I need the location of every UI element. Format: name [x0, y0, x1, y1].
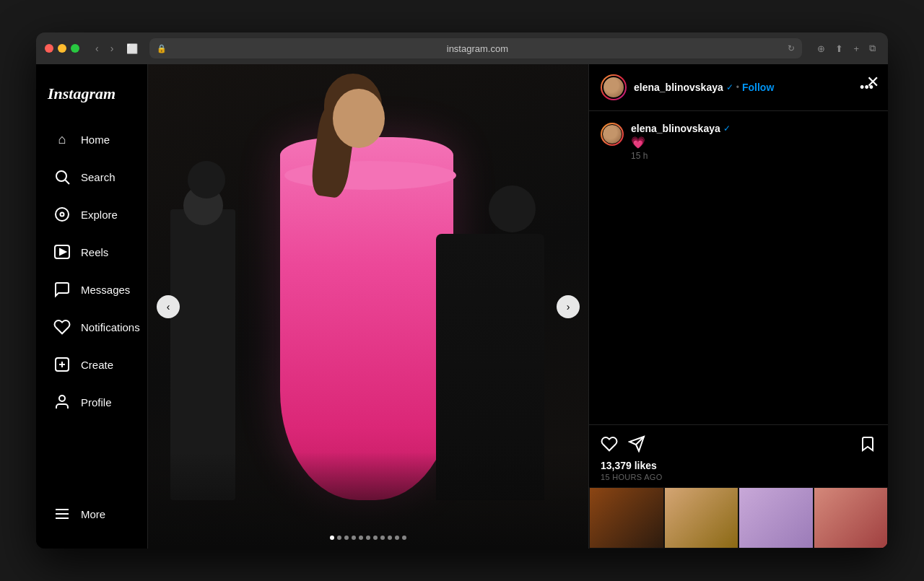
- close-button[interactable]: ✕: [866, 73, 879, 92]
- sidebar-label-search: Search: [81, 171, 116, 183]
- dot-2[interactable]: [337, 536, 341, 540]
- thumb-4[interactable]: [814, 487, 889, 549]
- floor-shadow: [148, 452, 588, 549]
- sidebar-item-notifications[interactable]: Notifications: [42, 310, 141, 344]
- svg-point-9: [59, 396, 65, 401]
- lock-icon: 🔒: [157, 44, 167, 53]
- sidebar-label-profile: Profile: [81, 396, 112, 409]
- browser-right-controls: ⊕ ⬆ + ⧉: [814, 40, 879, 57]
- browser-nav-controls: ‹ ›: [91, 40, 118, 57]
- sidebar-label-more: More: [81, 508, 105, 520]
- browser-window: ‹ › ⬜ 🔒 instagram.com ↻ ⊕ ⬆ + ⧉ Instagra…: [36, 32, 888, 549]
- home-icon: ⌂: [53, 131, 71, 148]
- browser-content: Instagram ⌂ Home Search: [36, 64, 888, 549]
- sidebar-item-home[interactable]: ⌂ Home: [42, 122, 141, 157]
- sidebar-label-notifications: Notifications: [81, 321, 140, 333]
- post-photo-area: ‹ ›: [148, 64, 588, 549]
- dot-6[interactable]: [366, 536, 370, 540]
- dot-4[interactable]: [352, 536, 356, 540]
- post-actions: 13,379 likes 15 hours ago: [589, 424, 888, 487]
- minimize-traffic-light[interactable]: [58, 44, 66, 53]
- post-header-info: elena_blinovskaya ✓ • Follow: [634, 82, 857, 93]
- follow-button[interactable]: Follow: [742, 82, 774, 93]
- reload-icon[interactable]: ↻: [788, 43, 795, 53]
- photo-dots: [330, 536, 406, 540]
- sidebar-label-reels: Reels: [81, 246, 108, 258]
- figure-right-head: [489, 185, 536, 232]
- comment-text: 💗: [631, 136, 876, 149]
- share-dm-button[interactable]: [628, 435, 645, 453]
- sidebar-item-reels[interactable]: Reels: [42, 235, 141, 269]
- photo-next-button[interactable]: ›: [557, 295, 580, 318]
- maximize-traffic-light[interactable]: [71, 44, 79, 53]
- post-username[interactable]: elena_blinovskaya: [634, 82, 723, 93]
- sidebar-label-create: Create: [81, 359, 113, 371]
- comment-item: elena_blinovskaya ✓ 💗 15 h: [601, 123, 876, 161]
- instagram-sidebar: Instagram ⌂ Home Search: [36, 64, 148, 549]
- sidebar-label-home: Home: [81, 134, 110, 146]
- dot-8[interactable]: [380, 536, 385, 540]
- thumb-1[interactable]: [589, 487, 664, 549]
- likes-count: 13,379 likes: [601, 460, 876, 471]
- photo-prev-button[interactable]: ‹: [157, 295, 180, 318]
- bookmark-button[interactable]: [859, 435, 876, 453]
- browser-titlebar: ‹ › ⬜ 🔒 instagram.com ↻ ⊕ ⬆ + ⧉: [36, 32, 888, 64]
- dot-7[interactable]: [373, 536, 378, 540]
- sidebar-label-messages: Messages: [81, 284, 130, 296]
- thumbnail-strip: [589, 487, 888, 549]
- svg-marker-5: [60, 249, 66, 255]
- dot-5[interactable]: [359, 536, 363, 540]
- create-icon: [53, 356, 71, 373]
- instagram-main: ‹ ›: [148, 64, 888, 549]
- forward-button[interactable]: ›: [106, 40, 118, 57]
- dot-1[interactable]: [330, 536, 334, 540]
- pink-dress: [280, 137, 453, 500]
- sidebar-item-profile[interactable]: Profile: [42, 385, 141, 419]
- post-right-panel: ✕ elena_blinovskaya ✓ • Follow •: [588, 64, 888, 549]
- sidebar-item-more[interactable]: More: [42, 497, 141, 531]
- svg-point-2: [56, 208, 69, 221]
- svg-line-1: [66, 180, 70, 185]
- post-header: elena_blinovskaya ✓ • Follow •••: [589, 64, 888, 111]
- sidebar-label-explore: Explore: [81, 209, 118, 221]
- profile-icon: [53, 393, 71, 411]
- post-author-avatar[interactable]: [601, 74, 627, 100]
- back-button[interactable]: ‹: [91, 40, 103, 57]
- close-traffic-light[interactable]: [45, 44, 53, 53]
- post-username-row: elena_blinovskaya ✓ • Follow: [634, 82, 857, 93]
- new-tab-button[interactable]: +: [850, 40, 863, 57]
- share-button[interactable]: ⬆: [832, 40, 847, 57]
- tab-strip: ⬜: [126, 43, 138, 54]
- translate-button[interactable]: ⊕: [814, 40, 829, 57]
- dot-10[interactable]: [395, 536, 399, 540]
- sidebar-item-search[interactable]: Search: [42, 160, 141, 194]
- like-button[interactable]: [601, 435, 618, 453]
- dot-9[interactable]: [388, 536, 392, 540]
- svg-point-3: [61, 213, 64, 217]
- sidebar-item-create[interactable]: Create: [42, 347, 141, 382]
- sidebar-bottom: More: [36, 491, 147, 537]
- thumb-2[interactable]: [664, 487, 739, 549]
- address-bar[interactable]: 🔒 instagram.com ↻: [149, 38, 802, 58]
- traffic-lights: [45, 44, 79, 53]
- post-comments-section[interactable]: elena_blinovskaya ✓ 💗 15 h: [589, 111, 888, 424]
- comment-avatar[interactable]: [601, 123, 624, 146]
- dot-3[interactable]: [344, 536, 349, 540]
- dress-top: [284, 161, 456, 190]
- tabs-overview-button[interactable]: ⧉: [866, 40, 879, 57]
- verified-badge: ✓: [726, 82, 733, 92]
- svg-point-0: [56, 171, 66, 181]
- sidebar-item-explore[interactable]: Explore: [42, 197, 141, 232]
- sidebar-item-messages[interactable]: Messages: [42, 272, 141, 307]
- sidebar-toggle[interactable]: ⬜: [126, 43, 138, 54]
- comment-username[interactable]: elena_blinovskaya: [631, 123, 720, 134]
- notifications-icon: [53, 318, 71, 336]
- action-buttons-row: [601, 435, 876, 453]
- figure-left-hair: [188, 161, 225, 198]
- figure-head: [333, 89, 385, 148]
- dot-separator: •: [736, 82, 739, 92]
- dot-11[interactable]: [402, 536, 406, 540]
- post-image: [148, 64, 588, 549]
- post-timestamp: 15 hours ago: [601, 473, 876, 481]
- thumb-3[interactable]: [738, 487, 814, 549]
